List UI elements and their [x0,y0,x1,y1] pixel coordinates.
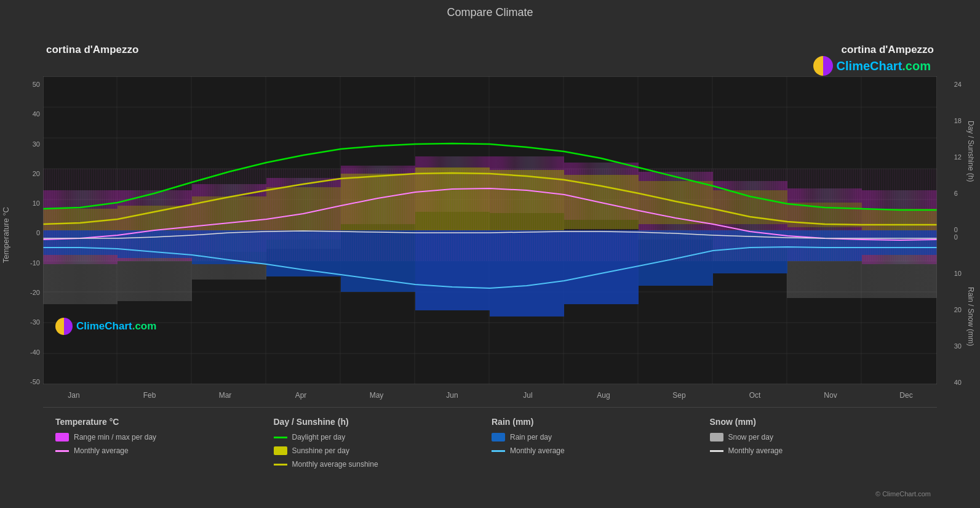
month-aug: Aug [585,391,622,400]
legend-label-daylight: Daylight per day [292,433,346,441]
y-axis-right-label-top: Day / Sunshine (h) [966,121,975,182]
legend: Temperature °C Range min / max per day M… [43,407,937,508]
legend-item-snow-avg: Monthly average [710,446,925,455]
legend-label-sunshine-day: Sunshine per day [292,446,349,455]
y-axis-right-top: 24 18 12 6 0 [954,81,962,233]
month-jul: Jul [509,391,546,400]
month-dec: Dec [888,391,925,400]
month-feb: Feb [131,391,168,400]
legend-label-snow-avg: Monthly average [728,446,783,455]
legend-item-daylight: Daylight per day [274,433,489,441]
legend-label-rain-avg: Monthly average [510,446,565,455]
logo-bottom-left: ClimeChart.com [55,318,156,335]
copyright: © ClimeChart.com [875,490,931,498]
legend-title-temperature: Temperature °C [55,417,271,427]
legend-title-rain: Rain (mm) [492,417,707,427]
month-jun: Jun [434,391,471,400]
y-axis-left: 50 40 30 20 10 0 -10 -20 -30 -40 -50 [12,81,40,385]
month-jan: Jan [55,391,92,400]
legend-item-rain-avg: Monthly average [492,446,707,455]
legend-item-sunshine-avg: Monthly average sunshine [274,460,489,469]
y-axis-left-label: Temperature °C [1,207,10,263]
chart-area: ClimeChart.com [43,76,937,384]
month-oct: Oct [736,391,773,400]
month-may: May [358,391,395,400]
legend-group-rain: Rain (mm) Rain per day Monthly average [492,417,707,502]
month-nov: Nov [812,391,849,400]
y-axis-right-label-bottom: Rain / Snow (mm) [966,287,975,346]
logo-top-right: ClimeChart.com [813,56,931,76]
legend-group-temperature: Temperature °C Range min / max per day M… [55,417,271,502]
page-title: Compare Climate [0,0,980,22]
legend-label-sunshine-avg: Monthly average sunshine [292,460,378,469]
legend-label-rain-day: Rain per day [510,433,552,441]
location-label-left: cortina d'Ampezzo [46,44,138,56]
month-apr: Apr [282,391,319,400]
legend-item-temp-range: Range min / max per day [55,433,271,441]
legend-label-temp-range: Range min / max per day [74,433,156,441]
location-label-right: cortina d'Ampezzo [842,44,934,56]
month-mar: Mar [207,391,244,400]
legend-item-temp-avg: Monthly average [55,446,271,455]
legend-item-rain-day: Rain per day [492,433,707,441]
y-axis-right-bottom: 0 10 20 30 40 [954,233,962,386]
legend-item-sunshine-day: Sunshine per day [274,446,489,455]
legend-title-snow: Snow (mm) [710,417,925,427]
month-sep: Sep [661,391,698,400]
legend-title-sunshine: Day / Sunshine (h) [274,417,489,427]
x-axis: Jan Feb Mar Apr May Jun Jul Aug Sep Oct … [43,388,937,400]
legend-group-sunshine: Day / Sunshine (h) Daylight per day Suns… [274,417,489,502]
legend-item-snow-day: Snow per day [710,433,925,441]
legend-label-snow-day: Snow per day [728,433,773,441]
chart-svg [43,76,937,384]
legend-label-temp-avg: Monthly average [74,446,129,455]
